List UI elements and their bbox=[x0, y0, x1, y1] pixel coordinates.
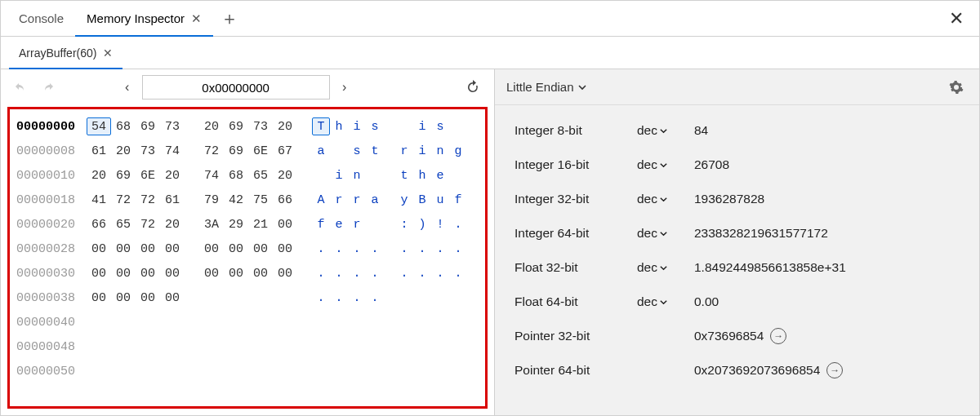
byte-cell[interactable]: 75 bbox=[248, 193, 273, 207]
byte-cell[interactable]: 20 bbox=[87, 169, 111, 183]
byte-cell[interactable]: 66 bbox=[87, 218, 111, 232]
byte-cell[interactable] bbox=[224, 291, 248, 305]
byte-cell[interactable]: 54 bbox=[87, 117, 111, 135]
ascii-cell[interactable]: . bbox=[348, 242, 366, 256]
ascii-cell[interactable]: i bbox=[348, 117, 366, 135]
byte-cell[interactable] bbox=[273, 291, 297, 305]
ascii-cell[interactable]: . bbox=[366, 267, 384, 281]
byte-cell[interactable]: 00 bbox=[199, 242, 224, 256]
ascii-cell[interactable] bbox=[366, 169, 384, 183]
byte-cell[interactable]: 72 bbox=[199, 144, 224, 158]
byte-cell[interactable]: 69 bbox=[111, 169, 136, 183]
byte-cell[interactable]: 73 bbox=[160, 117, 185, 135]
jump-to-address-button[interactable]: → bbox=[826, 362, 843, 378]
byte-cell[interactable]: 20 bbox=[160, 169, 185, 183]
byte-cell[interactable]: 3A bbox=[199, 218, 224, 232]
ascii-cell[interactable] bbox=[312, 169, 330, 183]
byte-cell[interactable]: 69 bbox=[224, 144, 248, 158]
byte-cell[interactable]: 00 bbox=[136, 267, 160, 281]
byte-cell[interactable]: 73 bbox=[136, 144, 160, 158]
ascii-cell[interactable]: s bbox=[348, 144, 366, 158]
ascii-cell[interactable] bbox=[449, 291, 467, 305]
byte-cell[interactable]: 79 bbox=[199, 193, 224, 207]
byte-cell[interactable]: 74 bbox=[199, 169, 224, 183]
settings-button[interactable] bbox=[945, 76, 968, 99]
ascii-cell[interactable]: i bbox=[330, 169, 348, 183]
ascii-cell[interactable]: g bbox=[449, 144, 467, 158]
buffer-tab[interactable]: ArrayBuffer(60) ✕ bbox=[9, 37, 122, 69]
ascii-cell[interactable]: . bbox=[449, 218, 467, 232]
ascii-cell[interactable]: r bbox=[348, 193, 366, 207]
byte-cell[interactable]: 00 bbox=[136, 242, 160, 256]
byte-cell[interactable]: 72 bbox=[111, 193, 136, 207]
value-format-select[interactable]: dec bbox=[637, 260, 694, 275]
ascii-cell[interactable]: h bbox=[330, 117, 348, 135]
byte-cell[interactable]: 67 bbox=[273, 144, 297, 158]
byte-cell[interactable]: 20 bbox=[199, 117, 224, 135]
byte-cell[interactable] bbox=[199, 291, 224, 305]
byte-cell[interactable]: 00 bbox=[273, 242, 297, 256]
byte-cell[interactable]: 00 bbox=[273, 267, 297, 281]
value-format-select[interactable]: dec bbox=[637, 192, 694, 206]
ascii-cell[interactable]: : bbox=[395, 218, 413, 232]
byte-cell[interactable]: 00 bbox=[248, 242, 273, 256]
ascii-cell[interactable]: T bbox=[312, 117, 330, 135]
ascii-cell[interactable]: . bbox=[348, 267, 366, 281]
undo-button[interactable] bbox=[9, 76, 32, 99]
ascii-cell[interactable]: . bbox=[312, 291, 330, 305]
byte-cell[interactable]: 42 bbox=[224, 193, 248, 207]
ascii-cell[interactable]: t bbox=[366, 144, 384, 158]
ascii-cell[interactable] bbox=[330, 144, 348, 158]
byte-cell[interactable]: 68 bbox=[224, 169, 248, 183]
ascii-cell[interactable]: . bbox=[431, 242, 449, 256]
byte-cell[interactable]: 6E bbox=[248, 144, 273, 158]
byte-cell[interactable]: 00 bbox=[160, 242, 185, 256]
ascii-cell[interactable]: e bbox=[330, 218, 348, 232]
ascii-cell[interactable] bbox=[395, 291, 413, 305]
ascii-cell[interactable]: . bbox=[330, 267, 348, 281]
ascii-cell[interactable] bbox=[449, 169, 467, 183]
ascii-cell[interactable]: ! bbox=[431, 218, 449, 232]
value-format-select[interactable]: dec bbox=[637, 226, 694, 241]
tab-memory-inspector[interactable]: Memory Inspector ✕ bbox=[75, 1, 213, 36]
redo-button[interactable] bbox=[37, 76, 60, 99]
value-format-select[interactable]: dec bbox=[637, 294, 694, 309]
tab-console[interactable]: Console bbox=[7, 1, 75, 36]
add-tab-button[interactable]: ＋ bbox=[213, 1, 246, 36]
byte-cell[interactable]: 00 bbox=[273, 218, 297, 232]
value-format-select[interactable]: dec bbox=[637, 157, 694, 172]
byte-cell[interactable]: 00 bbox=[87, 291, 111, 305]
byte-cell[interactable]: 00 bbox=[136, 291, 160, 305]
byte-cell[interactable]: 00 bbox=[111, 291, 136, 305]
ascii-cell[interactable] bbox=[413, 291, 431, 305]
ascii-cell[interactable]: i bbox=[413, 144, 431, 158]
byte-cell[interactable]: 74 bbox=[160, 144, 185, 158]
byte-cell[interactable]: 00 bbox=[224, 242, 248, 256]
byte-cell[interactable]: 20 bbox=[273, 169, 297, 183]
refresh-button[interactable] bbox=[460, 74, 486, 100]
ascii-cell[interactable]: ) bbox=[413, 218, 431, 232]
byte-cell[interactable]: 41 bbox=[87, 193, 111, 207]
byte-cell[interactable]: 00 bbox=[199, 267, 224, 281]
byte-cell[interactable] bbox=[248, 291, 273, 305]
byte-cell[interactable]: 69 bbox=[224, 117, 248, 135]
ascii-cell[interactable]: A bbox=[312, 193, 330, 207]
byte-cell[interactable]: 72 bbox=[136, 193, 160, 207]
close-icon[interactable]: ✕ bbox=[191, 11, 202, 26]
ascii-cell[interactable] bbox=[449, 117, 467, 135]
byte-cell[interactable]: 6E bbox=[136, 169, 160, 183]
ascii-cell[interactable]: r bbox=[395, 144, 413, 158]
ascii-cell[interactable]: B bbox=[413, 193, 431, 207]
ascii-cell[interactable]: u bbox=[431, 193, 449, 207]
ascii-cell[interactable]: . bbox=[449, 267, 467, 281]
byte-cell[interactable]: 65 bbox=[248, 169, 273, 183]
byte-cell[interactable]: 20 bbox=[273, 117, 297, 135]
ascii-cell[interactable]: . bbox=[312, 267, 330, 281]
ascii-cell[interactable]: i bbox=[413, 117, 431, 135]
byte-cell[interactable]: 00 bbox=[87, 267, 111, 281]
next-page-button[interactable]: › bbox=[330, 75, 359, 100]
byte-cell[interactable]: 21 bbox=[248, 218, 273, 232]
byte-cell[interactable]: 61 bbox=[87, 144, 111, 158]
byte-cell[interactable]: 29 bbox=[224, 218, 248, 232]
ascii-cell[interactable] bbox=[395, 117, 413, 135]
